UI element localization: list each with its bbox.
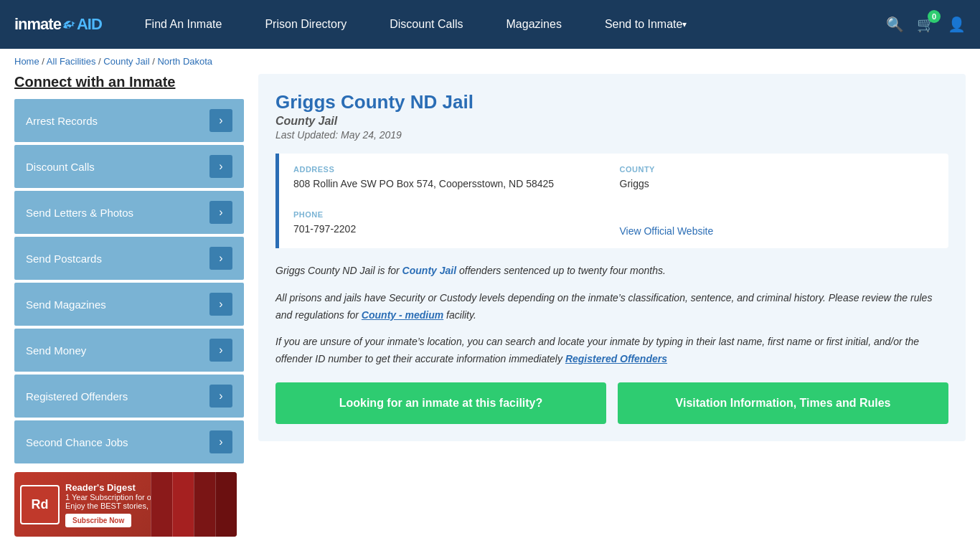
chevron-right-icon: › <box>209 247 232 270</box>
sidebar-btn-send-money[interactable]: Send Money › <box>14 329 244 372</box>
nav-prison-directory[interactable]: Prison Directory <box>243 0 368 49</box>
sidebar-title: Connect with an Inmate <box>14 74 244 90</box>
county-medium-link[interactable]: County - medium <box>362 309 443 321</box>
nav-find-inmate[interactable]: Find An Inmate <box>123 0 244 49</box>
desc2-suffix: facility. <box>443 309 476 321</box>
county-label: COUNTY <box>620 165 935 174</box>
chevron-right-icon: › <box>209 109 232 132</box>
sidebar-btn-send-money-label: Send Money <box>26 344 86 357</box>
main-layout: Connect with an Inmate Arrest Records › … <box>0 74 980 551</box>
logo-bird-icon <box>62 19 75 29</box>
bottom-buttons: Looking for an inmate at this facility? … <box>275 382 948 424</box>
breadcrumb-north-dakota[interactable]: North Dakota <box>157 56 212 67</box>
logo-part1: inmate <box>14 15 61 33</box>
sidebar-advertisement: Rd Reader's Digest 1 Year Subscription f… <box>14 472 237 537</box>
breadcrumb-home[interactable]: Home <box>14 56 39 67</box>
logo-part2: AID <box>77 15 102 33</box>
desc-text-1: Griggs County ND Jail is for County Jail… <box>275 263 948 280</box>
chevron-right-icon: › <box>209 339 232 362</box>
sidebar-btn-registered-offenders-label: Registered Offenders <box>26 390 128 402</box>
address-value: 808 Rollin Ave SW PO Box 574, Cooperssto… <box>293 176 608 192</box>
description-1: Griggs County ND Jail is for County Jail… <box>275 263 948 280</box>
ad-subscribe-button[interactable]: Subscribe Now <box>65 514 131 527</box>
website-section: View Official Website <box>620 202 935 237</box>
breadcrumb: Home / All Facilities / County Jail / No… <box>0 49 980 74</box>
main-nav: Find An Inmate Prison Directory Discount… <box>123 0 886 49</box>
ad-covers <box>151 472 237 537</box>
nav-magazines[interactable]: Magazines <box>485 0 583 49</box>
user-icon[interactable]: 👤 <box>948 16 966 33</box>
official-website-link[interactable]: View Official Website <box>620 225 714 237</box>
desc-text-3: If you are unsure of your inmate’s locat… <box>275 334 948 368</box>
phone-value: 701-797-2202 <box>293 222 608 237</box>
chevron-right-icon: › <box>209 385 232 408</box>
phone-section: PHONE 701-797-2202 <box>293 210 608 237</box>
address-label: ADDRESS <box>293 165 608 174</box>
sidebar-btn-send-letters[interactable]: Send Letters & Photos › <box>14 191 244 234</box>
chevron-right-icon: › <box>209 430 232 453</box>
sidebar-btn-arrest-records[interactable]: Arrest Records › <box>14 99 244 142</box>
sidebar-btn-second-chance-jobs-label: Second Chance Jobs <box>26 436 128 448</box>
cart-icon[interactable]: 🛒 0 <box>917 16 935 33</box>
info-box: ADDRESS 808 Rollin Ave SW PO Box 574, Co… <box>275 154 948 248</box>
address-section: ADDRESS 808 Rollin Ave SW PO Box 574, Co… <box>293 165 608 192</box>
visitation-info-button[interactable]: Visitation Information, Times and Rules <box>618 382 948 424</box>
header-icons: 🔍 🛒 0 👤 <box>886 16 966 33</box>
sidebar-btn-send-letters-label: Send Letters & Photos <box>26 207 133 219</box>
county-value: Griggs <box>620 176 935 192</box>
county-section: COUNTY Griggs <box>620 165 935 192</box>
search-icon[interactable]: 🔍 <box>886 16 904 33</box>
phone-label: PHONE <box>293 210 608 219</box>
county-jail-link[interactable]: County Jail <box>402 265 456 276</box>
facility-name: Griggs County ND Jail <box>275 91 948 113</box>
looking-for-inmate-button[interactable]: Looking for an inmate at this facility? <box>275 382 606 424</box>
nav-discount-calls[interactable]: Discount Calls <box>368 0 484 49</box>
logo[interactable]: inmateAID <box>14 15 102 34</box>
chevron-right-icon: › <box>209 155 232 178</box>
sidebar-btn-arrest-records-label: Arrest Records <box>26 115 98 127</box>
sidebar-btn-send-magazines[interactable]: Send Magazines › <box>14 283 244 326</box>
sidebar-btn-send-postcards-label: Send Postcards <box>26 253 102 265</box>
desc-text-2: All prisons and jails have Security or C… <box>275 290 948 324</box>
info-grid: ADDRESS 808 Rollin Ave SW PO Box 574, Co… <box>293 165 934 192</box>
main-content: Griggs County ND Jail County Jail Last U… <box>258 74 966 441</box>
sidebar: Connect with an Inmate Arrest Records › … <box>14 74 244 537</box>
sidebar-btn-second-chance-jobs[interactable]: Second Chance Jobs › <box>14 420 244 463</box>
ad-logo: Rd <box>20 485 60 524</box>
sidebar-btn-send-magazines-label: Send Magazines <box>26 298 106 311</box>
chevron-right-icon: › <box>209 201 232 224</box>
sidebar-btn-discount-calls[interactable]: Discount Calls › <box>14 145 244 188</box>
breadcrumb-all-facilities[interactable]: All Facilities <box>47 56 96 67</box>
description-2: All prisons and jails have Security or C… <box>275 290 948 324</box>
sidebar-btn-registered-offenders[interactable]: Registered Offenders › <box>14 375 244 418</box>
chevron-right-icon: › <box>209 293 232 316</box>
info-grid-2: PHONE 701-797-2202 View Official Website <box>293 202 934 237</box>
breadcrumb-county-jail[interactable]: County Jail <box>103 56 149 67</box>
nav-send-to-inmate[interactable]: Send to Inmate <box>583 0 709 49</box>
description-3: If you are unsure of your inmate’s locat… <box>275 334 948 368</box>
registered-offenders-link[interactable]: Registered Offenders <box>565 353 667 364</box>
cart-badge: 0 <box>928 10 941 23</box>
facility-type: County Jail <box>275 115 948 128</box>
last-updated: Last Updated: May 24, 2019 <box>275 129 948 141</box>
sidebar-btn-send-postcards[interactable]: Send Postcards › <box>14 237 244 280</box>
sidebar-btn-discount-calls-label: Discount Calls <box>26 161 95 173</box>
desc1-prefix: Griggs County ND Jail is for <box>275 265 402 276</box>
header: inmateAID Find An Inmate Prison Director… <box>0 0 980 49</box>
desc1-suffix: offenders sentenced up to twenty four mo… <box>456 265 666 276</box>
